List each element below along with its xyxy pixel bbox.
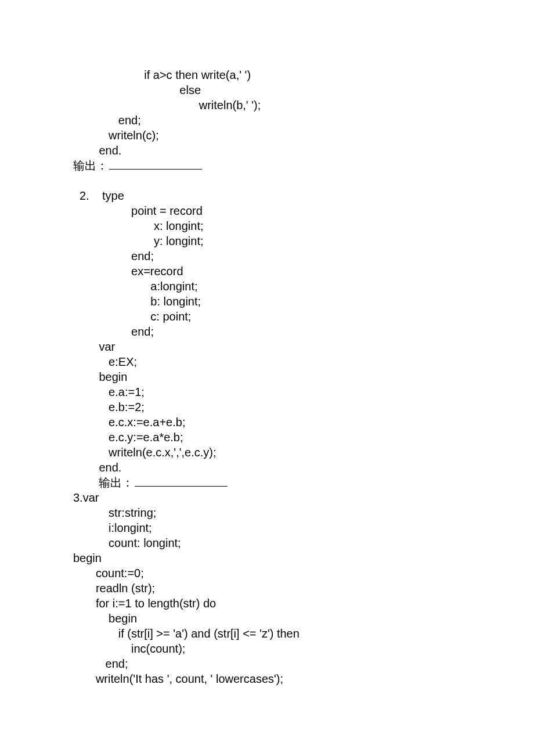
blank-line <box>73 173 499 188</box>
code-line: begin <box>73 369 499 384</box>
output-label: 输出： <box>99 476 134 489</box>
code-line: begin <box>73 611 499 626</box>
code-line: inc(count); <box>73 641 499 656</box>
code-line: end. <box>73 143 499 158</box>
code-line: e.c.y:=e.a*e.b; <box>73 430 499 445</box>
code-line: ex=record <box>73 264 499 279</box>
code-line: e.c.x:=e.a+e.b; <box>73 415 499 430</box>
code-line: 3.var <box>73 490 499 505</box>
code-line: count:=0; <box>73 566 499 581</box>
code-line: var <box>73 339 499 354</box>
code-line: e.b:=2; <box>73 399 499 415</box>
code-line: end; <box>73 249 499 264</box>
code-line: writeln('It has ', count, ' lowercases')… <box>73 671 499 686</box>
code-line: str:string; <box>73 505 499 520</box>
code-line: x: longint; <box>73 218 499 233</box>
code-line: begin <box>73 550 499 566</box>
code-line: end; <box>73 324 499 339</box>
code-line: readln (str); <box>73 581 499 596</box>
code-line: point = record <box>73 203 499 218</box>
output-label: 输出： <box>73 159 108 172</box>
code-line: i:longint; <box>73 520 499 535</box>
output-prompt-line: 输出： <box>73 475 499 490</box>
fill-blank[interactable] <box>135 486 228 487</box>
code-line: writeln(b,' '); <box>73 98 499 113</box>
code-line: else <box>73 82 499 98</box>
code-line: if (str[i] >= 'a') and (str[i] <= 'z') t… <box>73 626 499 641</box>
code-line: end; <box>73 113 499 128</box>
fill-blank[interactable] <box>109 169 202 170</box>
code-line: 2. type <box>73 188 499 203</box>
indent <box>73 476 99 489</box>
code-line: for i:=1 to length(str) do <box>73 596 499 611</box>
code-line: c: point; <box>73 309 499 324</box>
code-line: count: longint; <box>73 535 499 550</box>
code-line: e.a:=1; <box>73 384 499 399</box>
code-line: a:longint; <box>73 279 499 294</box>
code-line: end. <box>73 460 499 475</box>
code-line: e:EX; <box>73 354 499 369</box>
code-line: if a>c then write(a,' ') <box>73 67 499 82</box>
code-line: y: longint; <box>73 233 499 249</box>
output-prompt-line: 输出： <box>73 158 499 173</box>
code-line: writeln(c); <box>73 128 499 143</box>
code-line: writeln(e.c.x,',',e.c.y); <box>73 445 499 460</box>
code-line: end; <box>73 656 499 671</box>
document-page: if a>c then write(a,' ') else writeln(b,… <box>0 0 534 756</box>
code-line: b: longint; <box>73 294 499 309</box>
